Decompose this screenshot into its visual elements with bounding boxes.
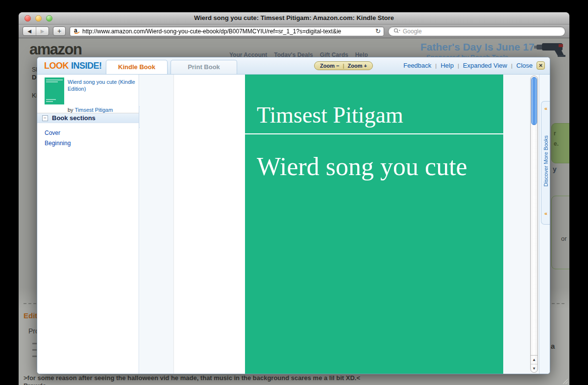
collapse-minus-icon[interactable]: − — [42, 115, 48, 121]
svg-text:a: a — [74, 27, 77, 34]
window-title: Wierd song you cute: Timsest Pitigam: Am… — [19, 12, 569, 24]
address-bar[interactable]: a http://www.amazon.com/Wierd-song-you-c… — [70, 26, 384, 36]
right-column-box: r e. — [551, 123, 569, 163]
reader-viewport: Timsest Pitigam Wierd song you cute ▲ ▼ — [140, 75, 539, 374]
section-link-cover[interactable]: Cover — [45, 129, 60, 136]
cover-title-text: Wierd song you cute — [257, 152, 467, 181]
text-fragment: or — [561, 235, 567, 242]
drill-image — [534, 40, 569, 59]
tab-kindle-book[interactable]: Kindle Book — [106, 60, 168, 74]
history-nav: ◀ ▶ — [23, 26, 49, 36]
look-inside-logo: LOOKINSIDE! — [44, 61, 102, 71]
link-divider: | — [511, 63, 513, 69]
cover-divider-line — [245, 133, 503, 134]
search-magnifier-icon — [393, 27, 400, 36]
search-placeholder: Google — [403, 28, 422, 35]
link-divider: | — [458, 63, 459, 69]
right-drawer-column: « Discover More Books « — [539, 75, 550, 374]
text-fragment: a — [551, 342, 555, 350]
book-cover-thumbnail[interactable] — [45, 77, 64, 104]
author-link[interactable]: Timsest Pitigam — [74, 107, 113, 113]
fathers-day-promo: Father's Day Is June 17 — [420, 41, 535, 53]
review-author: Prawda — [24, 382, 46, 385]
browser-window: Wierd song you cute: Timsest Pitigam: Am… — [19, 12, 569, 385]
zoom-control: Zoom −|Zoom + — [314, 61, 373, 70]
window-controls — [24, 15, 52, 22]
book-sections-label: Book sections — [52, 114, 96, 122]
look-inside-modal: LOOKINSIDE! Kindle Book Print Book Zoom … — [37, 57, 550, 374]
close-link[interactable]: Close — [516, 62, 533, 69]
book-cover: Timsest Pitigam Wierd song you cute — [245, 75, 503, 374]
amazon-logo: amazon — [29, 41, 81, 58]
url-text: http://www.amazon.com/Wierd-song-you-cut… — [82, 28, 373, 35]
new-tab-button[interactable]: + — [53, 26, 66, 36]
text-fragment: y — [553, 165, 557, 173]
scroll-down-button[interactable]: ▼ — [531, 364, 538, 372]
discover-more-books-label: Discover More Books — [543, 135, 549, 187]
tab-print-book[interactable]: Print Book — [171, 60, 237, 74]
close-x-button[interactable]: ✕ — [537, 61, 545, 70]
discover-more-books-tab[interactable]: « Discover More Books « — [541, 101, 550, 225]
modal-sidebar: Wierd song you cute (Kindle Edition) by … — [37, 75, 139, 374]
sidebar-book-title-link[interactable]: Wierd song you cute (Kindle Edition) — [68, 78, 135, 92]
reader-scrollbar[interactable]: ▲ ▼ — [530, 76, 538, 373]
window-resize-grip[interactable] — [561, 377, 568, 384]
feedback-link[interactable]: Feedback — [403, 62, 431, 69]
section-link-beginning[interactable]: Beginning — [45, 140, 71, 147]
zoom-window-button[interactable] — [46, 15, 52, 22]
scroll-up-button[interactable]: ▲ — [531, 356, 538, 364]
expanded-view-link[interactable]: Expanded View — [463, 62, 507, 69]
zoom-in-button[interactable]: Zoom + — [344, 63, 370, 69]
close-window-button[interactable] — [24, 15, 31, 22]
scrollbar-buttons: ▲ ▼ — [531, 355, 538, 372]
amazon-favicon: a — [73, 27, 80, 36]
book-sections-header: − Book sections — [37, 113, 139, 123]
screen: Wierd song you cute: Timsest Pitigam: Am… — [0, 0, 588, 385]
browser-toolbar: ◀ ▶ + a http://www.amazon.com/Wierd-song… — [19, 25, 569, 38]
modal-header: LOOKINSIDE! Kindle Book Print Book Zoom … — [37, 57, 550, 75]
right-column-box — [551, 196, 569, 269]
window-titlebar[interactable]: Wierd song you cute: Timsest Pitigam: Am… — [19, 12, 569, 25]
help-link[interactable]: Help — [441, 62, 454, 69]
scrollbar-thumb[interactable] — [531, 77, 537, 125]
modal-body: Wierd song you cute (Kindle Edition) by … — [37, 75, 550, 374]
cover-author-text: Timsest Pitigam — [257, 102, 403, 128]
chevron-left-icon: « — [544, 105, 547, 111]
link-divider: | — [435, 63, 437, 69]
zoom-out-button[interactable]: Zoom − — [317, 63, 343, 69]
refresh-icon[interactable]: ↻ — [375, 27, 381, 35]
sidebar-byline: by Timsest Pitigam — [68, 107, 113, 113]
minimize-window-button[interactable] — [35, 15, 42, 22]
by-prefix: by — [68, 107, 74, 113]
back-button[interactable]: ◀ — [23, 27, 36, 35]
search-field[interactable]: Google — [388, 26, 565, 36]
amazon-page-dimmed: amazon Your Account Today's Deals Gift C… — [19, 39, 569, 385]
book-page: Timsest Pitigam Wierd song you cute — [173, 75, 503, 374]
customer-review-text: >for some reason after seeing the hallow… — [24, 374, 563, 382]
chevron-left-icon: « — [544, 210, 547, 216]
text-fragment: e. — [554, 139, 569, 149]
modal-links: Feedback | Help | Expanded View | Close … — [403, 61, 545, 70]
inside-label: INSIDE! — [71, 61, 102, 71]
forward-button[interactable]: ▶ — [36, 27, 49, 35]
text-fragment: r — [554, 128, 569, 139]
paragraph-fragments — [32, 343, 37, 362]
look-label: LOOK — [44, 61, 69, 71]
